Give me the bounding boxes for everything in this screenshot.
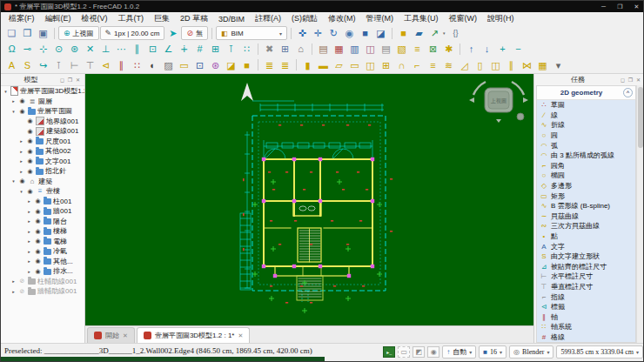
select-tool-icon[interactable]: ➤ [165,26,180,40]
expand-arrow-icon[interactable]: ▾ [18,189,24,194]
view-dimensions-combo[interactable]: 5993.85 cm x 3339.04 cm▾ [556,345,643,359]
roof-icon[interactable]: ◿ [457,58,472,72]
rotation-mode-combo-caret[interactable]: ▾ [469,349,472,355]
3d-viewport[interactable]: 上視圖 [85,74,533,325]
snap-intersection-icon[interactable]: ✕ [83,42,97,56]
tree-item[interactable]: ▸◉冷氣 [1,246,84,257]
close-button[interactable]: ✕ [628,1,644,12]
rotation-mode-combo[interactable]: ↑自動▾ [442,345,476,359]
visibility-eye-icon[interactable]: ◉ [34,238,42,245]
visibility-eye-icon[interactable]: ◉ [26,128,34,135]
eraser-icon[interactable]: ◪ [224,58,238,72]
navcube-menu-button[interactable] [517,113,524,120]
tree-item[interactable]: ◉地界線001 [1,117,84,127]
tree-item[interactable]: ▸◉尺度001 [1,137,84,147]
schedule-icon[interactable]: ▧ [394,42,409,56]
viewport-background[interactable] [85,74,533,325]
snap-extension-icon[interactable]: ⋯ [114,42,129,56]
rotate-view-icon[interactable]: ↻ [326,26,341,40]
door-icon[interactable]: ◫ [363,58,378,72]
tree-item[interactable]: ▾壹層平面圖3D模型1.2 [1,86,84,97]
visibility-eye-icon[interactable]: ◉ [34,228,42,235]
visibility-eye-icon[interactable]: ◉ [34,198,42,204]
task-item[interactable]: ○橢圓 [537,171,635,181]
expand-arrow-icon[interactable]: ▸ [26,198,32,204]
task-item[interactable]: A文字 [537,241,635,251]
task-item[interactable]: ▭矩形 [537,191,635,201]
task-panel-float-button[interactable]: ◻ [619,77,627,83]
menu-item[interactable]: 工具(T) [113,13,150,24]
snap-ortho-icon[interactable]: ∔ [177,42,191,56]
vertical-dimension-icon[interactable]: ⊤ [83,58,97,72]
task-item[interactable]: ◠弧 [537,140,635,151]
views-sheet-icon[interactable]: ◫ [363,42,378,56]
visibility-eye-icon[interactable]: ◉ [26,158,34,164]
mdi-tab[interactable]: 壹層平面圖3D模型1.2 : 1*✕ [137,327,250,343]
export-icon-dropdown[interactable]: ▾ [443,30,447,36]
color-wheel-icon[interactable]: ⊛ [208,58,223,72]
tab-close-icon[interactable]: ✕ [238,332,243,339]
workbench-selector[interactable]: ◧BIM▾ [216,26,287,40]
axis-system-icon[interactable]: ∷ [130,58,144,72]
scrollbar-thumb[interactable] [638,87,643,148]
menu-item[interactable]: (S)鎖點 [286,13,323,24]
section-plane-icon[interactable]: ⊡ [192,58,207,72]
preflight-check-icon[interactable]: ⊠ [426,42,440,56]
annotation-text-icon[interactable]: A [4,58,19,72]
task-item[interactable]: ⊤垂直標註尺寸 [537,282,635,292]
railing-icon[interactable]: ≋ [441,58,456,72]
menu-item[interactable]: 視窗(W) [444,13,483,24]
hatch-icon[interactable]: ▨ [161,58,176,72]
autogroup-button[interactable]: ⊘無 [181,26,208,40]
task-section-header[interactable]: 2D geometry ^ [537,86,635,100]
menu-item[interactable]: 管理(M) [361,13,399,24]
fence-icon[interactable]: ∥ [504,58,519,72]
working-plane-proxy-icon[interactable]: ▭ [177,58,191,72]
expand-arrow-icon[interactable]: ▸ [18,169,24,174]
beam-icon[interactable]: ▭ [347,58,362,72]
snap-working-plane-icon[interactable]: ⊞ [208,42,223,56]
tree-item[interactable]: ▸◉文字001 [1,157,84,167]
tree-item[interactable]: ▸◉柱001 [1,197,84,207]
front-view-icon[interactable]: ■ [358,26,372,40]
window-icon[interactable]: ⊞ [379,58,393,72]
slab-icon[interactable]: ▱ [332,58,346,72]
visibility-eye-icon[interactable]: ◉ [18,108,26,115]
bim-ifc-box-icon[interactable]: ■ [396,26,411,40]
frame-icon[interactable]: ◫ [488,58,503,72]
pipe-icon[interactable]: ∩ [394,58,409,72]
grid-size-combo-caret[interactable]: ▾ [500,349,502,355]
expand-arrow-icon[interactable]: ▸ [10,289,17,294]
tree-item[interactable]: ▾◉壹層平面圖 [1,106,84,117]
python-console-icon[interactable]: ▸_ [383,346,395,358]
tree-item[interactable]: ▸◉陽台 [1,217,84,227]
pipe-connector-icon[interactable]: ⌐ [410,58,425,72]
expand-arrow-icon[interactable]: ▸ [18,138,24,144]
dimension-icon[interactable]: ⊺ [51,58,66,72]
truss-icon[interactable]: ⋈ [520,58,534,72]
task-item[interactable]: S由文字建立形狀 [537,251,635,262]
expand-arrow-icon[interactable]: ▸ [26,238,32,244]
nav-style-combo-caret[interactable]: ▾ [547,349,549,355]
add-item-icon[interactable]: + [495,42,510,56]
view-dimensions-combo-caret[interactable]: ▾ [636,349,639,355]
tree-item[interactable]: ▸◉指北針 [1,166,84,177]
views-manager-icon[interactable]: ⊞ [278,42,292,56]
snap-endpoint-icon[interactable]: ⊸ [20,42,35,56]
tree-item[interactable]: ▸◉排水... [1,266,84,277]
expand-arrow-icon[interactable]: ▾ [3,89,9,94]
layers-icon[interactable]: ≣ [262,58,277,72]
model-panel-undock-button[interactable]: ❐ [66,77,74,83]
macro-braces-icon[interactable]: {} [448,26,463,40]
task-item[interactable]: ∷軸系統 [537,322,635,332]
material-doc-icon[interactable]: ▤ [379,42,393,56]
mdi-tab[interactable]: 開始✕ [87,327,135,343]
menu-item[interactable]: 工具集(U) [399,13,444,24]
tree-item[interactable]: ▸◉其他... [1,257,84,267]
column-icon[interactable]: ▮ [300,58,315,72]
task-item[interactable]: ◠由 3 點所構成的弧線 [537,151,635,161]
grid-size-combo[interactable]: ■16▾ [479,345,506,359]
task-item[interactable]: ∥軸 [537,312,635,322]
snap-parallel-icon[interactable]: ∥ [130,42,144,56]
model-panel-float-button[interactable]: ◻ [58,77,66,83]
